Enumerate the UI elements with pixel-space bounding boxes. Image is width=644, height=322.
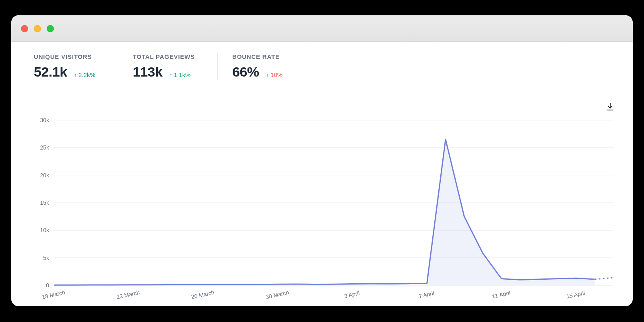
stat-unique-visitors[interactable]: UNIQUE VISITORS 52.1k ↑ 2.2k%: [34, 53, 118, 80]
stat-value: 66%: [232, 64, 259, 80]
arrow-up-icon: ↑: [74, 72, 77, 77]
stat-delta-value: 2.2k%: [78, 71, 95, 78]
chart-svg: 05k10k15k20k25k30k18 March22 March26 Mar…: [31, 116, 618, 305]
svg-text:20k: 20k: [40, 172, 50, 179]
arrow-up-icon: ↑: [266, 72, 269, 77]
stat-label: UNIQUE VISITORS: [34, 53, 95, 60]
download-button[interactable]: [605, 102, 617, 113]
svg-text:5k: 5k: [43, 255, 50, 261]
svg-text:18 March: 18 March: [41, 289, 66, 300]
stat-delta-value: 1.1k%: [174, 71, 191, 78]
svg-text:15k: 15k: [40, 199, 50, 206]
svg-text:30k: 30k: [40, 117, 50, 123]
window-close-button[interactable]: [21, 25, 28, 32]
stat-label: TOTAL PAGEVIEWS: [133, 53, 195, 60]
svg-text:3 April: 3 April: [344, 290, 360, 299]
stat-delta: ↑ 1.1k%: [169, 71, 190, 78]
svg-text:0: 0: [46, 282, 49, 289]
svg-text:7 April: 7 April: [418, 290, 435, 299]
window-maximize-button[interactable]: [47, 25, 54, 32]
browser-window: UNIQUE VISITORS 52.1k ↑ 2.2k% TOTAL PAGE…: [11, 15, 633, 306]
download-icon: [605, 102, 615, 112]
stats-row: UNIQUE VISITORS 52.1k ↑ 2.2k% TOTAL PAGE…: [11, 42, 633, 85]
svg-text:25k: 25k: [40, 144, 50, 151]
svg-text:10k: 10k: [40, 227, 50, 233]
chart: 05k10k15k20k25k30k18 March22 March26 Mar…: [31, 116, 618, 305]
stat-delta-value: 10%: [270, 71, 283, 78]
stat-delta: ↑ 2.2k%: [74, 71, 95, 78]
titlebar: [11, 15, 633, 42]
stat-label: BOUNCE RATE: [232, 53, 283, 60]
svg-text:15 April: 15 April: [566, 289, 586, 299]
arrow-up-icon: ↑: [169, 72, 172, 77]
stat-value: 113k: [133, 64, 163, 80]
stat-value: 52.1k: [34, 64, 67, 80]
svg-text:11 April: 11 April: [491, 289, 511, 299]
stat-bounce-rate[interactable]: BOUNCE RATE 66% ↑ 10%: [232, 53, 305, 80]
stat-total-pageviews[interactable]: TOTAL PAGEVIEWS 113k ↑ 1.1k%: [133, 53, 218, 80]
svg-text:30 March: 30 March: [265, 289, 289, 300]
stat-delta: ↑ 10%: [266, 71, 283, 78]
window-minimize-button[interactable]: [34, 25, 41, 32]
svg-text:22 March: 22 March: [116, 289, 140, 300]
svg-text:26 March: 26 March: [190, 289, 215, 300]
